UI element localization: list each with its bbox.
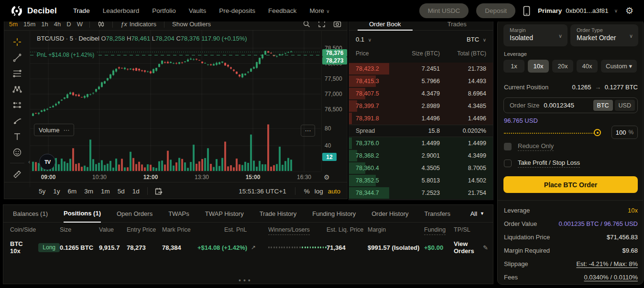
bid-row[interactable]: 78,344.77.252321.754 <box>349 187 493 199</box>
chevron-down-icon: ∨ <box>326 9 329 14</box>
chart-legend: BTC/USD · 5 · Decibel O78,258 H78,461 L7… <box>37 35 247 42</box>
time-axis[interactable]: 09:00 10:30 12:00 13:30 15:00 16:30 <box>30 171 321 182</box>
go-to-date-calendar-icon[interactable] <box>154 187 164 195</box>
brush-tool-icon[interactable] <box>9 113 25 128</box>
edit-pencil-icon[interactable]: ✎ <box>483 244 488 251</box>
axis-settings-gear-icon[interactable]: ⚙ <box>324 173 330 181</box>
nav-item-feedback[interactable]: Feedback <box>268 7 296 14</box>
tab-trade-history[interactable]: Trade History <box>260 205 297 223</box>
log-scale-button[interactable]: log <box>315 188 323 195</box>
price-axis[interactable]: 78,500 78,000 77,500 77,000 76,500 78,37… <box>321 30 348 171</box>
volume-more-icon[interactable]: ⋯ <box>63 127 69 134</box>
bid-row[interactable]: 78,352.55.801314.502 <box>349 174 493 187</box>
unit-dropdown[interactable]: BTC ∨ <box>467 36 486 43</box>
tab-positions[interactable]: Positions (1) <box>64 205 101 223</box>
nav-item-leaderboard[interactable]: Leaderboard <box>103 7 140 14</box>
mobile-device-icon[interactable] <box>523 6 530 16</box>
tab-balances[interactable]: Balances (1) <box>13 205 48 223</box>
range-5d[interactable]: 5d <box>118 188 125 195</box>
collapse-toolbar-chevron-icon[interactable]: ‹ <box>28 158 30 165</box>
reduce-only-checkbox[interactable] <box>504 143 512 150</box>
bid-row[interactable]: 78,376.01.44991.4499 <box>349 137 493 149</box>
legend-interval: 5 <box>70 35 73 42</box>
margin-dropdown[interactable]: Margin Isolated ∨ <box>503 24 568 46</box>
leverage-10x-button[interactable]: 10x <box>528 60 549 73</box>
ask-row[interactable]: 78,415.35.796614.493 <box>349 75 493 87</box>
leverage-1x-button[interactable]: 1x <box>503 60 524 73</box>
size-percent-input[interactable]: 100% <box>611 126 638 139</box>
position-tool-icon[interactable] <box>9 97 25 113</box>
tab-transfers[interactable]: Transfers <box>425 205 450 223</box>
range-1m[interactable]: 1m <box>101 188 110 195</box>
bid-row[interactable]: 78,368.22.90014.3499 <box>349 149 493 162</box>
leverage-20x-button[interactable]: 20x <box>552 60 573 73</box>
ask-row[interactable]: 78,399.72.89894.3485 <box>349 100 493 112</box>
place-order-button[interactable]: Place BTC Order <box>503 176 638 193</box>
nav-item-more[interactable]: More∨ <box>309 7 329 14</box>
brand[interactable]: Decibel <box>11 5 57 17</box>
range-1d[interactable]: 1d <box>132 188 140 195</box>
ask-row[interactable]: 78,391.81.44961.4496 <box>349 112 493 125</box>
size-slider-handle[interactable] <box>594 129 601 136</box>
crosshair-tool-icon[interactable] <box>9 34 25 50</box>
tab-twaps[interactable]: TWAPs <box>168 205 189 223</box>
deposit-button[interactable]: Deposit <box>476 3 515 18</box>
nav-item-trade[interactable]: Trade <box>73 7 90 14</box>
tradingview-logo[interactable]: TV <box>39 154 55 170</box>
ask-row[interactable]: 78,423.27.245121.738 <box>349 63 493 75</box>
unit-usd-button[interactable]: USD <box>615 100 635 111</box>
mint-usdc-button[interactable]: Mint USDC <box>419 3 469 18</box>
filter-dropdown[interactable]: All▼ <box>470 210 484 217</box>
tab-order-history[interactable]: Order History <box>371 205 408 223</box>
share-pnl-icon[interactable]: ↗ <box>251 244 256 251</box>
nav-item-predeposits[interactable]: Pre-deposits <box>219 7 255 14</box>
bid-row[interactable]: 78,360.44.35058.7005 <box>349 162 493 174</box>
time-tick: 10:30 <box>92 174 107 181</box>
order-size-value[interactable]: 0.0012345 <box>544 102 574 109</box>
percent-scale-button[interactable]: % <box>304 188 310 195</box>
volume-tick: 80 <box>325 125 331 132</box>
tick-size-dropdown[interactable]: 0.1 ∨ <box>356 36 371 43</box>
account-selector[interactable]: Primary 0xb001...a3f81 ∨ <box>538 7 618 14</box>
measure-ruler-tool-icon[interactable] <box>9 166 25 182</box>
auto-scale-button[interactable]: auto <box>328 188 340 195</box>
size-slider-track[interactable] <box>504 133 598 134</box>
clock-display[interactable]: 15:51:36 UTC+1 <box>239 188 286 195</box>
current-position-from: 0.1265 <box>572 84 591 91</box>
reduce-only-label[interactable]: Reduce Only <box>518 142 554 151</box>
ask-row[interactable]: 78,407.54.34798.6964 <box>349 87 493 100</box>
time-tick: 09:00 <box>41 174 56 181</box>
volume-indicator-label[interactable]: Volume ⋯ <box>34 124 74 136</box>
unit-btc-button[interactable]: BTC <box>593 100 613 111</box>
position-mark: 78,384 <box>162 244 197 251</box>
tab-open-orders[interactable]: Open Orders <box>117 205 153 223</box>
nav-item-vaults[interactable]: Vaults <box>189 7 207 14</box>
tab-twap-history[interactable]: TWAP History <box>205 205 244 223</box>
order-type-dropdown[interactable]: Order Type Market Order ∨ <box>570 24 638 46</box>
fib-retracement-tool-icon[interactable] <box>9 65 25 81</box>
xabcd-pattern-tool-icon[interactable] <box>9 81 25 97</box>
stat-fees-value[interactable]: 0.0340% / 0.0110% <box>584 274 638 281</box>
nav-item-portfolio[interactable]: Portfolio <box>152 7 176 14</box>
tpsl-checkbox[interactable] <box>504 160 512 167</box>
position-row[interactable]: BTC 10x Long 0.1265 BTC 9,915.7 78,273 7… <box>3 237 493 258</box>
leverage-40x-button[interactable]: 40x <box>577 60 598 73</box>
volume-options-button[interactable]: ⋯ <box>301 125 315 137</box>
range-1y[interactable]: 1y <box>53 188 60 195</box>
trend-line-tool-icon[interactable] <box>9 50 25 65</box>
leverage-custom-button[interactable]: Custom ▾ <box>601 60 637 73</box>
order-size-input[interactable]: Order Size 0.0012345 BTC USD <box>503 97 638 113</box>
chart-panel: 5m 15m 1h 4h D W ƒx Indicators Show Outl… <box>4 17 348 199</box>
view-orders-link[interactable]: View Orders <box>454 240 483 255</box>
range-3m[interactable]: 3m <box>84 188 93 195</box>
tab-funding-history[interactable]: Funding History <box>312 205 356 223</box>
tpsl-label[interactable]: Take Profit / Stop Loss <box>518 159 580 168</box>
text-tool-icon[interactable] <box>9 128 25 144</box>
position-value: 9,915.7 <box>99 244 127 251</box>
stat-slippage-value[interactable]: Est: -4.21% / Max: 8% <box>576 260 638 267</box>
range-5y[interactable]: 5y <box>39 188 45 195</box>
range-6m[interactable]: 6m <box>68 188 77 195</box>
chart-plot-area[interactable]: BTC/USD · 5 · Decibel O78,258 H78,461 L7… <box>30 30 321 171</box>
emoji-tool-icon[interactable] <box>9 144 25 160</box>
settings-gear-icon[interactable]: ⚙ <box>625 5 633 16</box>
